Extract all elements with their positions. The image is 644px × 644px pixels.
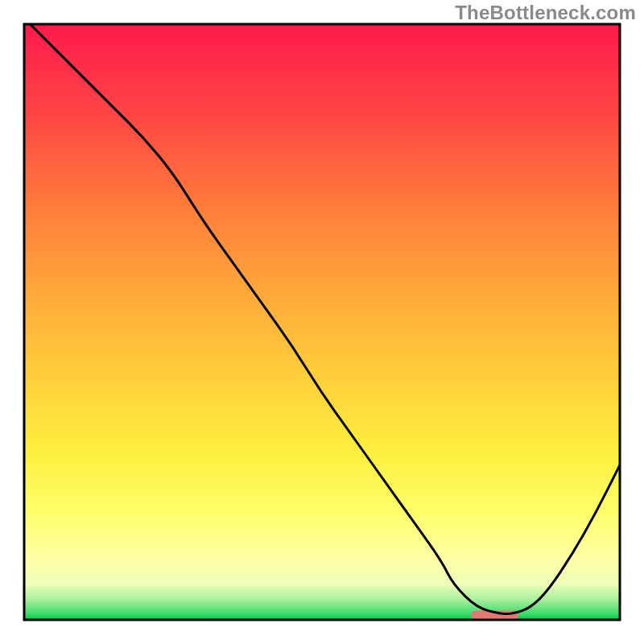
plot-background [24,24,620,620]
chart-container: TheBottleneck.com [0,0,644,644]
watermark-text: TheBottleneck.com [455,2,636,24]
bottleneck-chart [0,0,644,644]
